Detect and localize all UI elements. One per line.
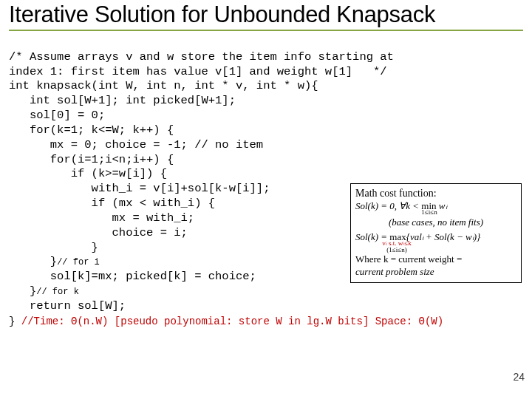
math-cost-box: Math cost function: Sol(k) = 0, ∀k < min… — [350, 183, 522, 283]
slide-title: Iterative Solution for Unbounded Knapsac… — [9, 0, 523, 28]
code-line: } — [9, 255, 57, 268]
code-line: for(i=1;i<n;i++) { — [9, 153, 174, 166]
math-line: current problem size — [355, 266, 516, 278]
code-line: /* Assume arrays v and w store the item … — [9, 50, 394, 64]
code-line: int knapsack(int W, int n, int * v, int … — [9, 79, 318, 92]
title-underline — [9, 30, 523, 31]
code-line: int sol[W+1]; int picked[W+1]; — [9, 94, 236, 107]
code-line: choice = i; — [9, 226, 188, 239]
complexity-text: //Time: Θ(n.W) [pseudo polynomial: store… — [15, 316, 443, 327]
code-line: if (mx < with_i) { — [9, 197, 215, 210]
page-number: 24 — [513, 371, 525, 383]
code-line: mx = 0; choice = -1; // no item — [9, 138, 263, 151]
code-line: for(k=1; k<=W; k++) { — [9, 123, 174, 137]
math-line: (base cases, no item fits) — [355, 216, 516, 228]
math-line: Sol(k) = 0, ∀k < min1≤i≤n wᵢ — [355, 200, 516, 212]
math-line: Sol(k) = maxvᵢ s.t. wᵢ≤k(1≤i≤n){valᵢ + S… — [355, 231, 516, 243]
code-line: index 1: first item has value v[1] and w… — [9, 65, 387, 78]
math-header: Math cost function: — [355, 187, 516, 200]
code-line: sol[0] = 0; — [9, 109, 105, 122]
math-line: Where k = current weight = — [355, 253, 516, 265]
code-line: mx = with_i; — [9, 211, 194, 225]
code-line: } — [9, 284, 36, 298]
code-line: if (k>=w[i]) { — [9, 167, 167, 180]
complexity-line: } //Time: Θ(n.W) [pseudo polynomial: sto… — [9, 316, 523, 327]
code-comment: // for i — [57, 257, 100, 267]
code-line: return sol[W]; — [9, 299, 126, 313]
code-line: sol[k]=mx; picked[k] = choice; — [9, 270, 256, 283]
code-comment: // for k — [36, 287, 79, 297]
code-line: } — [9, 241, 98, 254]
code-line: with_i = v[i]+sol[k-w[i]]; — [9, 182, 270, 195]
